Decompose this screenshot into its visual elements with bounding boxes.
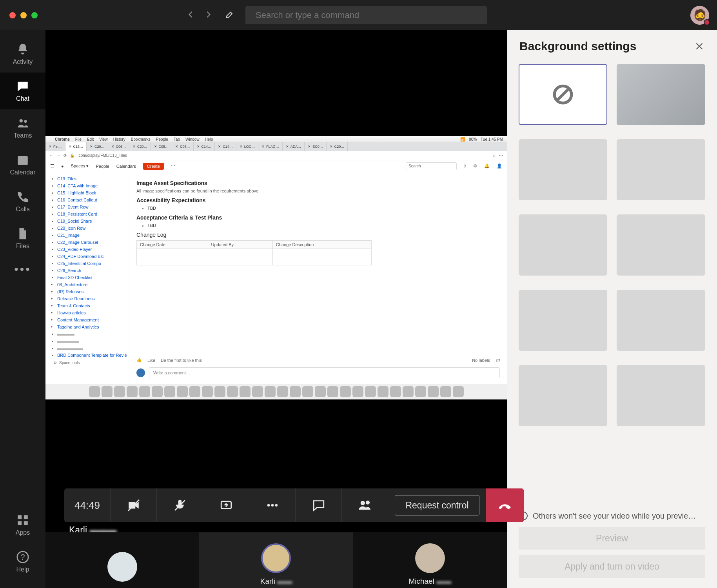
confluence-page: Image Asset Specifications All image spe… xyxy=(129,172,507,384)
mac-dock xyxy=(45,384,507,399)
hang-up-button[interactable] xyxy=(486,488,524,522)
svg-point-1 xyxy=(24,120,27,123)
call-stage: Chrome File Edit View History Bookmarks … xyxy=(45,30,507,588)
svg-rect-3 xyxy=(18,515,22,519)
nav-label: Calendar xyxy=(10,169,36,176)
participant-tile[interactable] xyxy=(45,532,199,588)
create-button: Create xyxy=(143,163,164,170)
call-timer: 44:49 xyxy=(64,488,111,522)
current-user-avatar[interactable]: 🧔 xyxy=(690,6,709,25)
change-log-table: Change DateUpdated ByChange Description xyxy=(136,240,372,265)
forward-icon[interactable] xyxy=(204,10,212,20)
back-icon[interactable] xyxy=(187,10,195,20)
toggle-camera-button[interactable] xyxy=(111,488,157,522)
nav-teams[interactable]: Teams xyxy=(0,109,45,146)
wifi-icon: 📶 xyxy=(460,137,465,142)
nav-help[interactable]: ? Help xyxy=(0,543,45,580)
avatar-icon xyxy=(261,543,291,573)
nav-calendar[interactable]: Calendar xyxy=(0,146,45,183)
nav-calls[interactable]: Calls xyxy=(0,183,45,220)
background-option[interactable] xyxy=(519,214,607,276)
svg-point-13 xyxy=(267,504,270,507)
confluence-sidenav: C13_Tiles C14_CTA with Image C15_Highlig… xyxy=(45,172,129,384)
preview-button[interactable]: Preview xyxy=(519,527,705,550)
svg-rect-6 xyxy=(24,521,28,525)
svg-point-15 xyxy=(275,504,278,507)
confluence-nav: ☰● Spaces ▾ People Calendars Create ⋯ ?⚙… xyxy=(45,160,507,172)
nav-label: Files xyxy=(16,243,29,250)
background-option[interactable] xyxy=(519,290,607,351)
svg-rect-5 xyxy=(18,521,22,525)
nav-files[interactable]: Files xyxy=(0,220,45,257)
left-nav-rail: Activity Chat Teams Calendar Calls Files… xyxy=(0,30,45,588)
svg-rect-2 xyxy=(18,156,28,165)
mac-menubar: Chrome File Edit View History Bookmarks … xyxy=(45,136,507,142)
participant-tile[interactable]: Karli ▬▬ xyxy=(199,532,353,588)
background-settings-panel: Background settings Others won't see you… xyxy=(507,30,717,588)
svg-point-17 xyxy=(366,501,369,504)
participant-strip: Karli ▬▬ Michael ▬▬ xyxy=(45,532,507,588)
request-control-button[interactable]: Request control xyxy=(395,495,479,515)
request-control[interactable]: Request control xyxy=(388,488,486,522)
background-option[interactable] xyxy=(519,139,607,200)
nav-chat[interactable]: Chat xyxy=(0,73,45,109)
background-option[interactable] xyxy=(617,139,705,200)
compose-icon[interactable] xyxy=(225,10,234,21)
presence-badge-icon xyxy=(704,19,710,25)
nav-label: Calls xyxy=(16,206,30,213)
browser-url-bar: ←→⟳🔒 .com/display/FML/C13_Tiles ☆⋯ xyxy=(45,151,507,160)
nav-label: Help xyxy=(16,566,29,573)
nav-label: Teams xyxy=(13,132,32,139)
title-bar: 🧔 xyxy=(0,0,717,30)
nav-apps[interactable]: Apps xyxy=(0,506,45,543)
background-grid xyxy=(507,57,717,507)
participant-tile[interactable]: Michael ▬▬ xyxy=(353,532,507,588)
svg-point-0 xyxy=(20,119,23,123)
apply-button[interactable]: Apply and turn on video xyxy=(519,555,705,578)
nav-label: Activity xyxy=(13,58,33,65)
call-toolbar: 44:49 Request control xyxy=(64,488,524,522)
nav-activity[interactable]: Activity xyxy=(0,36,45,73)
browser-tabs: ✕Fin… ✕C13… ✕C20… ✕C06… ✕C20… ✕C05… ✕C08… xyxy=(45,142,507,151)
nav-more-icon[interactable]: ••• xyxy=(14,260,31,279)
svg-text:?: ? xyxy=(20,553,25,561)
more-actions-button[interactable] xyxy=(249,488,296,522)
search-box[interactable] xyxy=(245,6,487,24)
share-screen-button[interactable] xyxy=(203,488,249,522)
user-avatar-icon xyxy=(136,368,145,377)
search-input[interactable] xyxy=(256,10,477,20)
window-controls xyxy=(9,12,38,18)
chat-toggle-button[interactable] xyxy=(296,488,342,522)
avatar-icon xyxy=(415,543,445,573)
shared-screen: Chrome File Edit View History Bookmarks … xyxy=(45,136,507,399)
svg-rect-4 xyxy=(24,515,28,519)
svg-point-14 xyxy=(271,504,274,507)
menubar-app: Chrome xyxy=(55,137,70,142)
people-toggle-button[interactable] xyxy=(342,488,388,522)
background-option-none[interactable] xyxy=(519,64,607,125)
close-window-icon[interactable] xyxy=(9,12,16,18)
minimize-window-icon[interactable] xyxy=(20,12,27,18)
background-option[interactable] xyxy=(617,290,705,351)
toggle-mic-button[interactable] xyxy=(157,488,203,522)
svg-point-16 xyxy=(361,501,365,505)
panel-info: Others won't see your video while you pr… xyxy=(507,507,717,527)
background-option[interactable] xyxy=(617,214,705,276)
maximize-window-icon[interactable] xyxy=(31,12,38,18)
nav-label: Chat xyxy=(16,95,29,102)
close-panel-button[interactable] xyxy=(694,41,704,51)
avatar-icon xyxy=(107,552,137,582)
background-option-blur[interactable] xyxy=(617,64,705,125)
nav-label: Apps xyxy=(16,529,30,536)
background-option[interactable] xyxy=(519,365,607,426)
panel-title: Background settings xyxy=(519,40,636,53)
background-option[interactable] xyxy=(617,365,705,426)
svg-line-21 xyxy=(557,89,569,100)
